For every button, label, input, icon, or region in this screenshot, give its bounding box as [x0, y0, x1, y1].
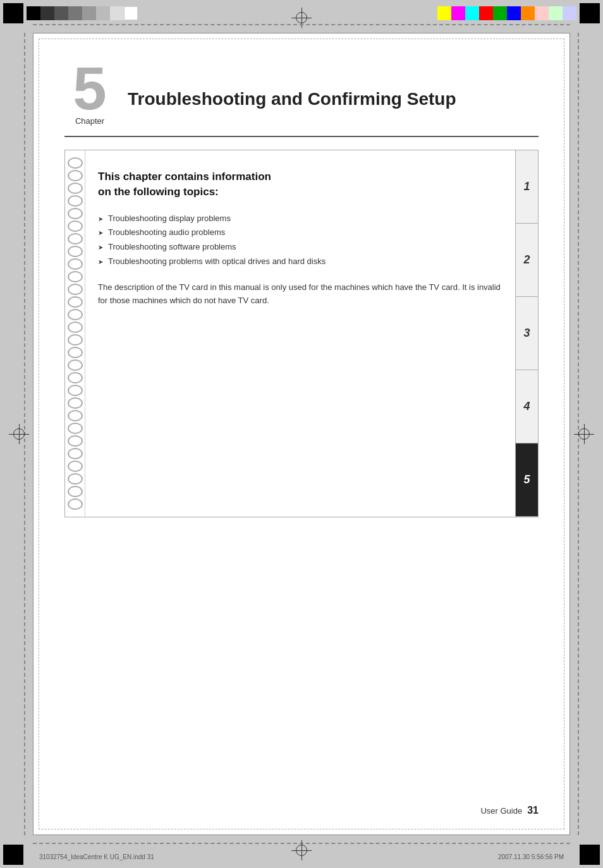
spiral-ring	[68, 246, 83, 257]
spiral-ring	[68, 157, 83, 169]
bullet-list: Troubleshooting display problemsTroubles…	[98, 212, 502, 268]
footer-guide-text: User Guide	[480, 806, 522, 816]
chapter-number: 5	[73, 58, 106, 119]
page-container: 5 Chapter Troubleshooting and Confirming…	[33, 33, 570, 835]
spiral-ring	[68, 435, 83, 447]
bullet-item: Troubleshooting display problems	[98, 212, 502, 226]
spiral-ring	[68, 195, 83, 207]
dashed-line-top	[33, 24, 570, 25]
spiral-ring	[68, 284, 83, 295]
registration-block-br	[580, 845, 600, 865]
bullet-item: Troubleshooting software problems	[98, 241, 502, 254]
spiral-binding	[65, 150, 85, 517]
file-info-right: 2007.11.30 5:56:56 PM	[498, 853, 564, 860]
color-swatches-right	[437, 6, 576, 20]
chapter-title: Troubleshooting and Confirming Setup	[128, 88, 456, 110]
file-info: 31032754_IdeaCentre K UG_EN.indd 31 2007…	[33, 853, 570, 860]
spiral-ring	[68, 385, 83, 396]
bullet-item: Troubleshooting audio problems	[98, 226, 502, 239]
spiral-ring	[68, 183, 83, 194]
crosshair-right	[574, 424, 594, 444]
spiral-ring	[68, 423, 83, 434]
page-footer: User Guide 31	[480, 805, 539, 816]
spiral-ring	[68, 410, 83, 421]
spiral-ring	[68, 220, 83, 232]
chapter-label: Chapter	[75, 116, 104, 126]
spiral-ring	[68, 309, 83, 320]
chapter-tab-4: 4	[516, 370, 538, 443]
footer-page-num: 31	[527, 805, 539, 816]
spiral-ring	[68, 296, 83, 308]
spiral-ring	[68, 208, 83, 219]
spiral-ring	[68, 448, 83, 459]
spiral-ring	[68, 322, 83, 333]
spiral-ring	[68, 233, 83, 244]
spiral-ring	[68, 359, 83, 371]
spiral-ring	[68, 334, 83, 346]
content-area: This chapter contains information on the…	[64, 150, 539, 517]
spiral-ring	[68, 397, 83, 409]
registration-block-bl	[3, 845, 23, 865]
registration-block-tl	[3, 3, 23, 23]
spiral-ring	[68, 271, 83, 282]
chapter-tab-3: 3	[516, 297, 538, 370]
chapter-number-block: 5 Chapter	[64, 58, 115, 126]
spiral-ring	[68, 258, 83, 270]
chapter-tab-1: 1	[516, 150, 538, 224]
chapter-header: 5 Chapter Troubleshooting and Confirming…	[39, 39, 564, 126]
spiral-ring	[68, 170, 83, 181]
chapter-tab-5: 5	[516, 443, 538, 517]
spiral-ring	[68, 372, 83, 383]
bullet-item: Troubleshooting problems with optical dr…	[98, 255, 502, 268]
file-info-left: 31032754_IdeaCentre K UG_EN.indd 31	[39, 853, 154, 860]
crosshair-left	[9, 424, 29, 444]
color-swatches-left	[27, 6, 138, 20]
chapter-title-block: Troubleshooting and Confirming Setup	[128, 58, 456, 110]
header-rule	[64, 136, 539, 137]
intro-heading: This chapter contains information on the…	[98, 169, 502, 200]
spiral-ring	[68, 347, 83, 358]
main-content: This chapter contains information on the…	[85, 150, 515, 517]
spiral-ring	[68, 498, 83, 510]
spiral-ring	[68, 486, 83, 497]
spiral-ring	[68, 473, 83, 485]
spiral-ring	[68, 461, 83, 472]
description-text: The description of the TV card in this m…	[98, 281, 502, 308]
chapter-tabs: 12345	[515, 150, 538, 517]
registration-block-tr	[580, 3, 600, 23]
page-inner: 5 Chapter Troubleshooting and Confirming…	[39, 39, 564, 829]
chapter-tab-2: 2	[516, 224, 538, 297]
